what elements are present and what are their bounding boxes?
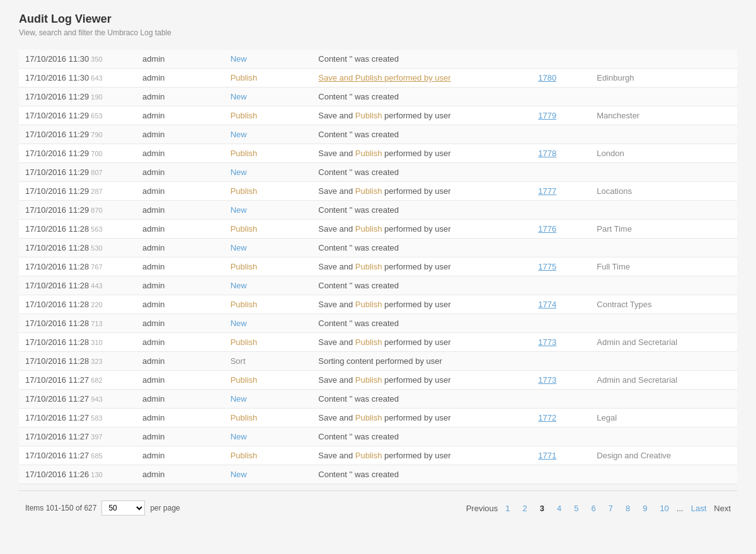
nodeid-link[interactable]: 1775 — [538, 262, 556, 271]
row-id: 643 — [89, 74, 102, 82]
cell-user: admin — [136, 276, 224, 295]
row-id: 530 — [89, 244, 102, 252]
pagination-page-10[interactable]: 10 — [655, 502, 673, 515]
cell-user: admin — [136, 125, 224, 144]
cell-user: admin — [136, 314, 224, 333]
items-count: Items 101-150 of 627 — [25, 504, 96, 512]
pagination-page-7[interactable]: 7 — [604, 502, 618, 515]
cell-user: admin — [136, 371, 224, 390]
nodeid-link[interactable]: 1774 — [538, 300, 556, 309]
cell-action: Publish — [224, 220, 312, 239]
row-id: 397 — [89, 433, 102, 441]
pagination-page-6[interactable]: 6 — [586, 502, 600, 515]
nodeid-link[interactable]: 1776 — [538, 224, 556, 234]
cell-description: Save and Publish performed by user — [312, 409, 532, 427]
cell-nodeid[interactable]: 1773 — [532, 333, 590, 352]
table-row: 17/10/2016 11:28 767adminPublishSave and… — [19, 257, 737, 276]
cell-action: New — [224, 88, 312, 106]
nodeid-link[interactable]: 1778 — [538, 149, 556, 158]
pagination-previous[interactable]: Previous — [466, 504, 498, 513]
cell-nodeid[interactable]: 1773 — [532, 371, 590, 390]
cell-details: Design and Creative — [590, 446, 737, 465]
datetime-value: 17/10/2016 11:26 — [25, 470, 89, 479]
cell-datetime: 17/10/2016 11:29 700 — [19, 144, 136, 163]
nodeid-link[interactable]: 1777 — [538, 186, 556, 196]
per-page-label: per page — [150, 504, 180, 512]
nodeid-link[interactable]: 1779 — [538, 111, 556, 120]
datetime-value: 17/10/2016 11:28 — [25, 300, 89, 309]
cell-description: Save and Publish performed by user — [312, 144, 532, 163]
cell-nodeid[interactable]: 1778 — [532, 144, 590, 163]
description-link[interactable]: Save and Publish performed by user — [318, 73, 450, 82]
cell-nodeid — [532, 201, 590, 220]
nodeid-link[interactable]: 1773 — [538, 337, 556, 347]
cell-action: New — [224, 427, 312, 446]
cell-nodeid[interactable]: 1776 — [532, 220, 590, 239]
pagination-page-4[interactable]: 4 — [552, 502, 566, 515]
cell-datetime: 17/10/2016 11:28 310 — [19, 333, 136, 352]
cell-description: Save and Publish performed by user — [312, 333, 532, 352]
cell-action: New — [224, 314, 312, 333]
datetime-value: 17/10/2016 11:29 — [25, 130, 89, 139]
cell-datetime: 17/10/2016 11:27 682 — [19, 371, 136, 390]
row-id: 700 — [89, 150, 102, 157]
cell-datetime: 17/10/2016 11:28 220 — [19, 295, 136, 314]
pagination-page-9[interactable]: 9 — [638, 502, 652, 515]
row-id: 350 — [89, 55, 102, 63]
cell-details: Part Time — [590, 220, 737, 239]
cell-user: admin — [136, 257, 224, 276]
cell-details — [590, 88, 737, 106]
row-id: 310 — [89, 339, 102, 346]
cell-user: admin — [136, 409, 224, 427]
footer-bar: Items 101-150 of 627 50 100 25 per page … — [19, 490, 737, 525]
datetime-value: 17/10/2016 11:28 — [25, 281, 89, 290]
nodeid-link[interactable]: 1772 — [538, 413, 556, 422]
table-row: 17/10/2016 11:28 530adminNewContent '' w… — [19, 239, 737, 257]
cell-nodeid[interactable]: 1775 — [532, 257, 590, 276]
cell-nodeid[interactable]: 1774 — [532, 295, 590, 314]
cell-details — [590, 201, 737, 220]
pagination-next[interactable]: Next — [714, 504, 731, 513]
cell-nodeid[interactable]: 1780 — [532, 69, 590, 88]
nodeid-link[interactable]: 1773 — [538, 375, 556, 385]
pagination-page-3[interactable]: 3 — [535, 502, 549, 515]
nodeid-link[interactable]: 1771 — [538, 451, 556, 460]
pagination-page-2[interactable]: 2 — [518, 502, 532, 515]
cell-description: Content '' was created — [312, 314, 532, 333]
table-row: 17/10/2016 11:27 583adminPublishSave and… — [19, 409, 737, 427]
cell-nodeid[interactable]: 1772 — [532, 409, 590, 427]
cell-nodeid[interactable]: 1777 — [532, 182, 590, 201]
pagination-page-8[interactable]: 8 — [621, 502, 635, 515]
cell-description[interactable]: Save and Publish performed by user — [312, 69, 532, 88]
cell-description: Content '' was created — [312, 88, 532, 106]
cell-description: Sorting content performed by user — [312, 352, 532, 371]
table-row: 17/10/2016 11:29 870adminNewContent '' w… — [19, 201, 737, 220]
row-id: 323 — [89, 358, 102, 365]
datetime-value: 17/10/2016 11:27 — [25, 413, 89, 422]
table-row: 17/10/2016 11:28 310adminPublishSave and… — [19, 333, 737, 352]
datetime-value: 17/10/2016 11:30 — [25, 73, 89, 82]
pagination-last[interactable]: Last — [686, 502, 712, 515]
cell-action: New — [224, 50, 312, 69]
pagination-page-1[interactable]: 1 — [500, 502, 515, 515]
cell-nodeid[interactable]: 1779 — [532, 106, 590, 125]
cell-action: Publish — [224, 182, 312, 201]
datetime-value: 17/10/2016 11:27 — [25, 375, 89, 385]
row-id: 807 — [89, 169, 102, 176]
cell-nodeid — [532, 163, 590, 182]
table-row: 17/10/2016 11:28 713adminNewContent '' w… — [19, 314, 737, 333]
datetime-value: 17/10/2016 11:28 — [25, 243, 89, 252]
footer-left: Items 101-150 of 627 50 100 25 per page — [25, 500, 180, 516]
row-id: 190 — [89, 93, 102, 101]
row-id: 653 — [89, 112, 102, 120]
cell-nodeid[interactable]: 1771 — [532, 446, 590, 465]
per-page-select[interactable]: 50 100 25 — [101, 500, 145, 516]
nodeid-link[interactable]: 1780 — [538, 73, 556, 82]
cell-datetime: 17/10/2016 11:29 870 — [19, 201, 136, 220]
datetime-value: 17/10/2016 11:29 — [25, 186, 89, 196]
table-row: 17/10/2016 11:28 220adminPublishSave and… — [19, 295, 737, 314]
pagination-page-5[interactable]: 5 — [569, 502, 583, 515]
cell-description: Save and Publish performed by user — [312, 295, 532, 314]
cell-description: Content '' was created — [312, 50, 532, 69]
cell-action: Publish — [224, 333, 312, 352]
